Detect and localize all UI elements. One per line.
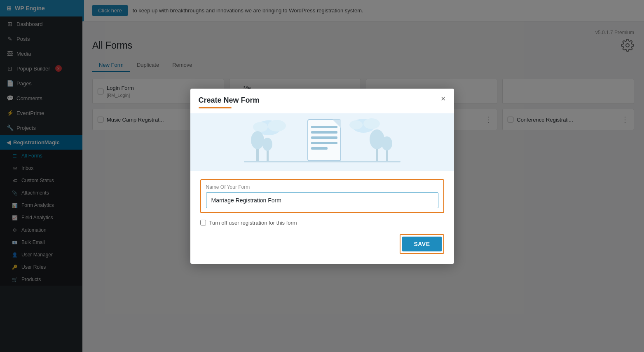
form-name-input[interactable] <box>206 192 438 208</box>
form-name-group: Name Of Your Form <box>200 179 444 213</box>
registration-checkbox-row: Turn off user registration for this form <box>200 220 444 226</box>
turn-off-registration-checkbox[interactable] <box>200 220 206 225</box>
svg-rect-16 <box>311 126 337 128</box>
modal-body: Name Of Your Form Turn off user registra… <box>190 171 454 264</box>
modal-header: Create New Form × <box>190 89 454 108</box>
svg-point-6 <box>349 120 363 129</box>
modal-close-button[interactable]: × <box>441 94 446 103</box>
svg-rect-20 <box>311 147 328 150</box>
svg-point-14 <box>382 136 392 150</box>
create-new-form-modal: Create New Form × <box>190 89 454 264</box>
modal-backdrop[interactable]: Create New Form × <box>82 0 644 352</box>
save-btn-wrapper: SAVE <box>400 234 444 254</box>
form-field-label: Name Of Your Form <box>206 184 438 190</box>
modal-illustration <box>190 113 454 171</box>
name-field-wrapper: Name Of Your Form <box>200 179 444 213</box>
svg-point-3 <box>253 122 268 132</box>
save-button[interactable]: SAVE <box>402 237 441 251</box>
svg-point-5 <box>363 118 380 129</box>
modal-footer: SAVE <box>200 234 444 254</box>
svg-rect-19 <box>311 142 337 144</box>
svg-rect-18 <box>311 136 337 139</box>
svg-rect-22 <box>244 161 400 162</box>
main-content: Click here to keep up with breakthroughs… <box>82 0 644 352</box>
svg-point-2 <box>268 120 286 131</box>
turn-off-registration-label: Turn off user registration for this form <box>209 220 297 226</box>
svg-rect-17 <box>311 131 337 134</box>
svg-point-10 <box>262 138 272 151</box>
modal-title: Create New Form <box>199 96 260 105</box>
modal-illustration-svg <box>244 115 400 169</box>
modal-title-underline <box>199 107 232 108</box>
svg-point-8 <box>251 131 264 149</box>
